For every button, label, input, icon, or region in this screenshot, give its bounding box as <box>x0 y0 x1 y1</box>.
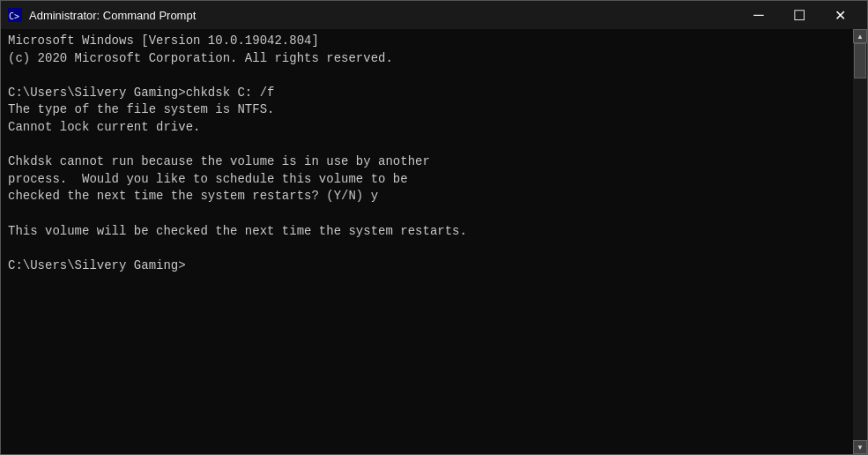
terminal-line <box>8 67 846 85</box>
window-title: Administrator: Command Prompt <box>29 9 738 22</box>
terminal-line: Cannot lock current drive. <box>8 119 846 137</box>
scrollbar-down-button[interactable]: ▼ <box>853 440 867 454</box>
window-controls: ─ ☐ ✕ <box>738 1 860 29</box>
terminal-line: C:\Users\Silvery Gaming>chkdsk C: /f <box>8 85 846 102</box>
cmd-window: C> Administrator: Command Prompt ─ ☐ ✕ M… <box>0 0 868 455</box>
terminal-line: (c) 2020 Microsoft Corporation. All righ… <box>8 50 846 68</box>
close-button[interactable]: ✕ <box>820 1 860 29</box>
scrollbar-up-button[interactable]: ▲ <box>853 29 867 43</box>
cmd-icon: C> <box>8 8 22 22</box>
terminal-line <box>8 205 846 223</box>
scrollbar[interactable]: ▲ ▼ <box>853 29 867 454</box>
terminal-line: checked the next time the system restart… <box>8 188 846 205</box>
terminal-line: C:\Users\Silvery Gaming> <box>8 257 846 275</box>
svg-text:C>: C> <box>9 11 19 21</box>
minimize-button[interactable]: ─ <box>738 1 779 29</box>
scrollbar-thumb <box>854 43 866 78</box>
terminal-line: Chkdsk cannot run because the volume is … <box>8 153 846 171</box>
terminal-line <box>8 240 846 257</box>
terminal-line: The type of the file system is NTFS. <box>8 101 846 119</box>
terminal-content[interactable]: Microsoft Windows [Version 10.0.19042.80… <box>1 29 853 454</box>
maximize-button[interactable]: ☐ <box>779 1 820 29</box>
terminal-line: This volume will be checked the next tim… <box>8 223 846 241</box>
window-body: Microsoft Windows [Version 10.0.19042.80… <box>1 29 867 454</box>
scrollbar-track <box>853 43 867 440</box>
terminal-line: Microsoft Windows [Version 10.0.19042.80… <box>8 33 846 50</box>
terminal-line: process. Would you like to schedule this… <box>8 171 846 189</box>
terminal-line <box>8 137 846 154</box>
title-bar: C> Administrator: Command Prompt ─ ☐ ✕ <box>1 1 867 29</box>
